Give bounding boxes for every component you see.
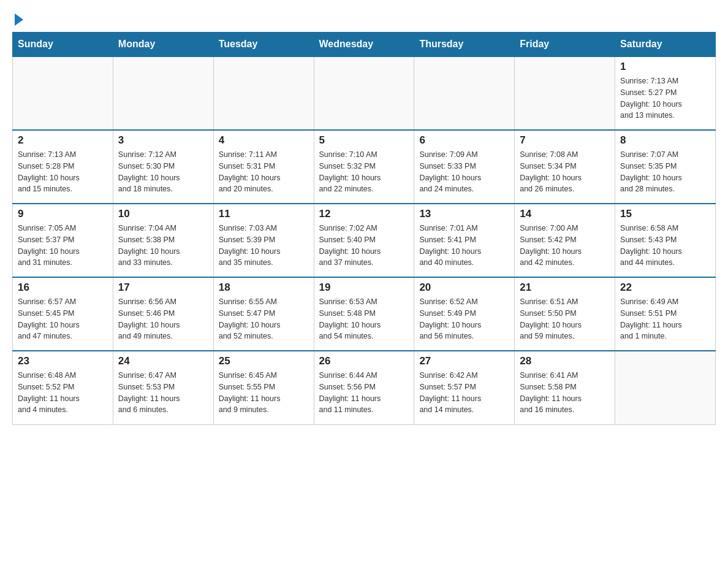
day-info: Sunrise: 6:48 AM Sunset: 5:52 PM Dayligh… [18,370,108,416]
calendar-cell: 28Sunrise: 6:41 AM Sunset: 5:58 PM Dayli… [515,351,615,424]
calendar-cell: 1Sunrise: 7:13 AM Sunset: 5:27 PM Daylig… [615,56,716,130]
calendar-cell: 18Sunrise: 6:55 AM Sunset: 5:47 PM Dayli… [213,277,314,351]
day-info: Sunrise: 6:53 AM Sunset: 5:48 PM Dayligh… [319,296,409,342]
day-number: 11 [219,208,309,220]
calendar-cell: 10Sunrise: 7:04 AM Sunset: 5:38 PM Dayli… [113,204,213,277]
calendar-cell: 24Sunrise: 6:47 AM Sunset: 5:53 PM Dayli… [113,351,213,424]
day-info: Sunrise: 6:51 AM Sunset: 5:50 PM Dayligh… [520,296,610,342]
day-number: 21 [520,282,610,294]
weekday-header-friday: Friday [515,33,615,57]
logo-arrow-icon [15,13,23,26]
day-info: Sunrise: 6:58 AM Sunset: 5:43 PM Dayligh… [620,223,710,269]
day-number: 8 [620,134,710,147]
calendar-cell [113,56,213,130]
calendar-cell [414,56,515,130]
day-info: Sunrise: 7:07 AM Sunset: 5:35 PM Dayligh… [620,149,710,195]
day-number: 4 [219,134,309,147]
day-number: 13 [419,208,509,220]
weekday-header-row: SundayMondayTuesdayWednesdayThursdayFrid… [13,33,716,57]
day-info: Sunrise: 6:52 AM Sunset: 5:49 PM Dayligh… [419,296,509,342]
day-info: Sunrise: 6:42 AM Sunset: 5:57 PM Dayligh… [419,370,509,416]
weekday-header-saturday: Saturday [615,33,716,57]
calendar-cell [615,351,716,424]
day-number: 25 [219,355,309,367]
day-info: Sunrise: 6:41 AM Sunset: 5:58 PM Dayligh… [520,370,610,416]
day-number: 28 [520,355,610,367]
calendar-cell: 3Sunrise: 7:12 AM Sunset: 5:30 PM Daylig… [113,130,213,204]
day-number: 12 [319,208,409,220]
day-number: 20 [419,282,509,294]
calendar-cell: 22Sunrise: 6:49 AM Sunset: 5:51 PM Dayli… [615,277,716,351]
day-number: 23 [18,355,108,367]
calendar-cell: 15Sunrise: 6:58 AM Sunset: 5:43 PM Dayli… [615,204,716,277]
week-row-2: 2Sunrise: 7:13 AM Sunset: 5:28 PM Daylig… [13,130,716,204]
day-info: Sunrise: 6:56 AM Sunset: 5:46 PM Dayligh… [118,296,208,342]
calendar-cell: 26Sunrise: 6:44 AM Sunset: 5:56 PM Dayli… [314,351,414,424]
weekday-header-sunday: Sunday [13,33,113,57]
calendar-cell: 9Sunrise: 7:05 AM Sunset: 5:37 PM Daylig… [13,204,113,277]
day-number: 3 [118,134,208,147]
calendar-cell: 11Sunrise: 7:03 AM Sunset: 5:39 PM Dayli… [213,204,314,277]
day-number: 17 [118,282,208,294]
day-number: 5 [319,134,409,147]
day-number: 9 [18,208,108,220]
logo [12,12,23,26]
day-info: Sunrise: 7:11 AM Sunset: 5:31 PM Dayligh… [219,149,309,195]
day-number: 24 [118,355,208,367]
calendar-cell: 16Sunrise: 6:57 AM Sunset: 5:45 PM Dayli… [13,277,113,351]
day-info: Sunrise: 7:13 AM Sunset: 5:27 PM Dayligh… [620,75,710,121]
calendar-cell: 21Sunrise: 6:51 AM Sunset: 5:50 PM Dayli… [515,277,615,351]
calendar-cell: 4Sunrise: 7:11 AM Sunset: 5:31 PM Daylig… [213,130,314,204]
weekday-header-wednesday: Wednesday [314,33,414,57]
calendar-table: SundayMondayTuesdayWednesdayThursdayFrid… [12,32,716,425]
day-info: Sunrise: 7:02 AM Sunset: 5:40 PM Dayligh… [319,223,409,269]
calendar-cell [13,56,113,130]
week-row-5: 23Sunrise: 6:48 AM Sunset: 5:52 PM Dayli… [13,351,716,424]
day-info: Sunrise: 6:47 AM Sunset: 5:53 PM Dayligh… [118,370,208,416]
day-info: Sunrise: 7:09 AM Sunset: 5:33 PM Dayligh… [419,149,509,195]
day-number: 16 [18,282,108,294]
day-info: Sunrise: 6:57 AM Sunset: 5:45 PM Dayligh… [18,296,108,342]
day-number: 15 [620,208,710,220]
calendar-cell: 6Sunrise: 7:09 AM Sunset: 5:33 PM Daylig… [414,130,515,204]
day-info: Sunrise: 6:55 AM Sunset: 5:47 PM Dayligh… [219,296,309,342]
day-number: 10 [118,208,208,220]
calendar-cell: 27Sunrise: 6:42 AM Sunset: 5:57 PM Dayli… [414,351,515,424]
day-number: 22 [620,282,710,294]
week-row-3: 9Sunrise: 7:05 AM Sunset: 5:37 PM Daylig… [13,204,716,277]
calendar-cell: 12Sunrise: 7:02 AM Sunset: 5:40 PM Dayli… [314,204,414,277]
day-info: Sunrise: 6:45 AM Sunset: 5:55 PM Dayligh… [219,370,309,416]
day-info: Sunrise: 7:12 AM Sunset: 5:30 PM Dayligh… [118,149,208,195]
week-row-4: 16Sunrise: 6:57 AM Sunset: 5:45 PM Dayli… [13,277,716,351]
day-info: Sunrise: 7:01 AM Sunset: 5:41 PM Dayligh… [419,223,509,269]
day-number: 7 [520,134,610,147]
day-number: 2 [18,134,108,147]
calendar-cell: 7Sunrise: 7:08 AM Sunset: 5:34 PM Daylig… [515,130,615,204]
week-row-1: 1Sunrise: 7:13 AM Sunset: 5:27 PM Daylig… [13,56,716,130]
calendar-cell: 2Sunrise: 7:13 AM Sunset: 5:28 PM Daylig… [13,130,113,204]
day-number: 26 [319,355,409,367]
day-number: 19 [319,282,409,294]
day-info: Sunrise: 7:00 AM Sunset: 5:42 PM Dayligh… [520,223,610,269]
day-info: Sunrise: 7:10 AM Sunset: 5:32 PM Dayligh… [319,149,409,195]
calendar-cell: 23Sunrise: 6:48 AM Sunset: 5:52 PM Dayli… [13,351,113,424]
day-info: Sunrise: 7:03 AM Sunset: 5:39 PM Dayligh… [219,223,309,269]
logo-general-text [12,12,23,26]
calendar-cell: 14Sunrise: 7:00 AM Sunset: 5:42 PM Dayli… [515,204,615,277]
day-info: Sunrise: 7:13 AM Sunset: 5:28 PM Dayligh… [18,149,108,195]
day-number: 14 [520,208,610,220]
calendar-cell [515,56,615,130]
weekday-header-thursday: Thursday [414,33,515,57]
day-info: Sunrise: 6:49 AM Sunset: 5:51 PM Dayligh… [620,296,710,342]
calendar-cell [213,56,314,130]
day-info: Sunrise: 7:05 AM Sunset: 5:37 PM Dayligh… [18,223,108,269]
day-number: 6 [419,134,509,147]
calendar-cell: 8Sunrise: 7:07 AM Sunset: 5:35 PM Daylig… [615,130,716,204]
weekday-header-monday: Monday [113,33,213,57]
calendar-cell: 19Sunrise: 6:53 AM Sunset: 5:48 PM Dayli… [314,277,414,351]
day-number: 27 [419,355,509,367]
page-header [12,12,716,26]
day-number: 18 [219,282,309,294]
day-number: 1 [620,61,710,73]
day-info: Sunrise: 7:04 AM Sunset: 5:38 PM Dayligh… [118,223,208,269]
